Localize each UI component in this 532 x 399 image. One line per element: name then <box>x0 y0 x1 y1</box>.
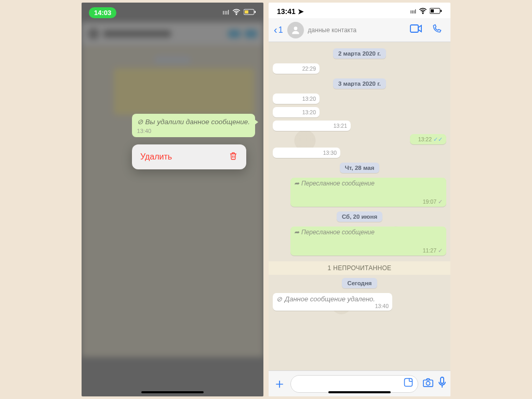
phone-left: 14:03 ıııl ⊘ Вы удалили данное сообщение… <box>82 3 263 396</box>
message-timestamp: 13:21 <box>276 123 347 129</box>
svg-rect-3 <box>255 11 256 13</box>
read-ticks-icon: ✓✓ <box>433 136 443 142</box>
status-bar: 13:41 ➤ ıııl <box>269 3 450 18</box>
trash-icon <box>229 151 238 163</box>
svg-point-4 <box>422 13 423 14</box>
context-menu-focus: ⊘ Вы удалили данное сообщение. 13:40 Уда… <box>82 114 263 169</box>
status-time-pill[interactable]: 14:03 <box>89 7 116 18</box>
chevron-left-icon: ‹ <box>274 24 277 36</box>
message-timestamp: 13:22✓✓ <box>414 136 443 143</box>
date-separator: Сегодня <box>342 278 377 288</box>
voice-call-button[interactable] <box>429 23 445 36</box>
deleted-message-text: Данное сообщение удалено. <box>285 295 375 303</box>
forward-icon: ➦ <box>294 229 299 236</box>
signal-icon: ıııl <box>222 9 229 16</box>
sent-tick-icon: ✓ <box>438 198 443 205</box>
svg-point-8 <box>294 26 297 30</box>
date-separator: 3 марта 2020 г. <box>333 78 386 89</box>
block-icon: ⊘ <box>276 295 282 303</box>
delete-action[interactable]: Удалить <box>132 144 246 169</box>
forwarded-label: Пересланное сообщение <box>301 180 375 187</box>
forwarded-message-out[interactable]: ➦Пересланное сообщение 11:27✓ <box>290 227 446 256</box>
phone-right: 13:41 ➤ ıııl ‹ 1 данные контакта 2 мар <box>269 3 450 396</box>
battery-icon <box>430 8 442 15</box>
forwarded-label: Пересланное сообщение <box>301 229 375 236</box>
svg-rect-7 <box>441 10 442 12</box>
block-icon: ⊘ <box>137 117 143 126</box>
deleted-message-in[interactable]: ⊘Данное сообщение удалено. 13:40 <box>273 293 392 311</box>
date-separator: 2 марта 2020 г. <box>333 48 386 59</box>
back-button[interactable]: ‹ 1 <box>274 24 283 36</box>
message-in[interactable]: 13:30 <box>273 148 340 158</box>
status-bar: 14:03 ıııl <box>82 3 263 22</box>
message-timestamp: 19:07✓ <box>294 198 443 205</box>
message-in[interactable]: 13:20 <box>273 94 320 104</box>
attach-button[interactable]: ＋ <box>273 375 286 393</box>
svg-rect-13 <box>441 377 444 383</box>
message-timestamp: 13:30 <box>276 150 337 156</box>
svg-point-0 <box>236 14 237 15</box>
deleted-message-bubble[interactable]: ⊘ Вы удалили данное сообщение. 13:40 <box>132 114 255 137</box>
wifi-icon <box>232 7 241 18</box>
back-badge: 1 <box>278 25 283 35</box>
home-indicator[interactable] <box>141 391 204 393</box>
message-timestamp: 11:27✓ <box>294 247 443 254</box>
contact-subtitle[interactable]: данные контакта <box>308 26 357 34</box>
date-separator: Сб, 20 июня <box>337 211 382 222</box>
svg-rect-6 <box>431 9 434 12</box>
camera-button[interactable] <box>422 377 434 390</box>
message-in[interactable]: 22:29 <box>273 63 320 74</box>
status-time: 13:41 ➤ <box>277 7 304 16</box>
sent-tick-icon: ✓ <box>438 247 443 254</box>
message-in[interactable]: 13:20 <box>273 107 320 117</box>
svg-rect-9 <box>410 25 418 32</box>
date-separator: Чт, 28 мая <box>340 163 380 173</box>
forwarded-message-out[interactable]: ➦Пересланное сообщение 19:07✓ <box>290 178 446 207</box>
signal-icon: ıııl <box>410 8 416 15</box>
message-timestamp: 13:40 <box>276 303 389 309</box>
video-call-button[interactable] <box>407 24 425 36</box>
chat-header: ‹ 1 данные контакта <box>269 18 450 42</box>
forward-icon: ➦ <box>294 180 299 187</box>
status-icons: ıııl <box>222 7 256 18</box>
svg-rect-10 <box>405 379 413 387</box>
svg-point-12 <box>426 381 430 385</box>
sticker-button[interactable] <box>403 377 414 390</box>
home-indicator[interactable] <box>328 391 391 393</box>
unread-separator: 1 НЕПРОЧИТАННОЕ <box>269 261 450 275</box>
avatar[interactable] <box>287 22 304 38</box>
status-icons: ıııl <box>410 6 442 17</box>
message-input[interactable] <box>290 375 418 393</box>
battery-icon <box>244 9 256 17</box>
wifi-icon <box>418 6 428 17</box>
message-timestamp: 22:29 <box>276 65 316 72</box>
chat-body[interactable]: 2 марта 2020 г. 22:29 3 марта 2020 г. 13… <box>269 42 450 370</box>
svg-rect-2 <box>245 10 248 14</box>
message-out[interactable]: 13:22✓✓ <box>410 134 446 144</box>
deleted-message-text: Вы удалили данное сообщение. <box>145 118 250 126</box>
delete-action-label: Удалить <box>140 152 172 162</box>
message-in[interactable]: 13:21 <box>273 121 351 131</box>
message-timestamp: 13:40 <box>137 128 152 134</box>
message-timestamp: 13:20 <box>276 96 316 102</box>
dim-overlay <box>82 3 263 396</box>
message-timestamp: 13:20 <box>276 109 316 115</box>
context-menu: Удалить <box>132 144 246 169</box>
mic-button[interactable] <box>438 377 446 391</box>
